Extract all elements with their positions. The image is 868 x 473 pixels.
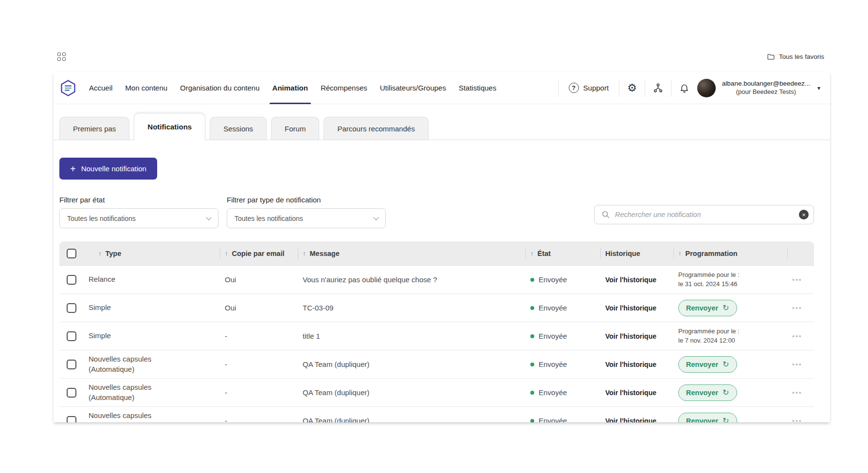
status-dot xyxy=(530,306,534,310)
search-field: × xyxy=(594,205,814,224)
column-header-actions xyxy=(787,241,814,265)
filter-type-select[interactable]: Toutes les notifications xyxy=(227,208,386,228)
row-checkbox[interactable] xyxy=(67,303,76,313)
notifications-page: + Nouvelle notification Filtrer par état… xyxy=(54,140,830,422)
notifications-bell-icon[interactable] xyxy=(678,81,691,94)
cell-message: TC-03-09 xyxy=(298,304,525,312)
status-dot xyxy=(530,419,534,423)
resend-button[interactable]: Renvoyer↻ xyxy=(678,356,737,373)
cell-message: Vous n'auriez pas oublié quelque chose ? xyxy=(298,275,525,284)
cell-copy-email: - xyxy=(220,388,298,397)
help-icon: ? xyxy=(569,83,579,93)
column-header-programmation[interactable]: ↑ Programmation xyxy=(673,241,787,265)
user-avatar[interactable] xyxy=(697,79,716,97)
resend-button[interactable]: Renvoyer↻ xyxy=(678,384,737,401)
row-checkbox[interactable] xyxy=(67,360,76,369)
tab-notifications[interactable]: Notifications xyxy=(134,113,205,140)
column-header-message[interactable]: ↑ Message xyxy=(298,241,525,265)
view-history-link[interactable]: Voir l'historique xyxy=(605,304,656,312)
nav-item-recompenses[interactable]: Récompenses xyxy=(314,72,374,104)
table-row: Relance Oui Vous n'auriez pas oublié que… xyxy=(59,266,814,294)
apps-grid-icon[interactable] xyxy=(57,53,66,61)
row-actions-menu[interactable]: ••• xyxy=(792,389,802,397)
cell-copy-email: - xyxy=(220,332,298,340)
cell-programmation: Programmée pour le :le 7 nov. 2024 12:00 xyxy=(678,327,782,346)
resend-button[interactable]: Renvoyer↻ xyxy=(678,300,737,316)
cell-message: title 1 xyxy=(298,332,525,340)
sort-icon: ↑ xyxy=(98,250,102,257)
cell-message: QA Team (dupliquer) xyxy=(298,388,525,397)
tab-sessions[interactable]: Sessions xyxy=(210,117,267,140)
filters-row: Filtrer par état Toutes les notification… xyxy=(59,196,814,228)
all-bookmarks-label: Tous les favoris xyxy=(779,53,824,60)
account-context: (pour Beedeez Tests) xyxy=(736,88,796,96)
nav-item-mon-contenu[interactable]: Mon contenu xyxy=(119,72,174,104)
settings-gear-icon[interactable]: ⚙ xyxy=(626,81,638,95)
view-history-link[interactable]: Voir l'historique xyxy=(605,332,656,340)
row-checkbox[interactable] xyxy=(67,388,76,398)
cell-type: Nouvelles capsules(Automatique) xyxy=(84,382,220,402)
filter-type-label: Filtrer par type de notification xyxy=(227,196,386,204)
table-row: Simple Oui TC-03-09 Envoyée Voir l'histo… xyxy=(59,294,814,322)
hierarchy-icon[interactable] xyxy=(651,81,665,94)
nav-item-utilisateurs-groupes[interactable]: Utilisateurs/Groupes xyxy=(374,72,452,104)
account-email: albane.boulanger@beedeez... xyxy=(722,79,810,88)
column-header-copie-par-email[interactable]: ↑ Copie par email xyxy=(220,241,298,265)
view-history-link[interactable]: Voir l'historique xyxy=(605,276,656,284)
all-bookmarks-button[interactable]: Tous les favoris xyxy=(767,53,824,61)
row-actions-menu[interactable]: ••• xyxy=(792,276,802,284)
refresh-icon: ↻ xyxy=(723,304,729,312)
tab-forum[interactable]: Forum xyxy=(271,117,319,140)
column-header-type[interactable]: ↑ Type xyxy=(84,241,220,265)
notifications-table: ↑ Type ↑ Copie par email ↑ Message ↑ Éta… xyxy=(59,241,814,422)
cell-state: Envoyée xyxy=(525,304,600,312)
refresh-icon: ↻ xyxy=(723,389,729,397)
row-checkbox[interactable] xyxy=(67,331,76,341)
resend-button[interactable]: Renvoyer↻ xyxy=(678,413,737,423)
tab-parcours-recommandes[interactable]: Parcours recommandés xyxy=(324,117,428,140)
cell-copy-email: Oui xyxy=(220,275,298,284)
row-actions-menu[interactable]: ••• xyxy=(792,361,802,368)
beedeez-logo-icon[interactable] xyxy=(59,79,77,97)
nav-item-accueil[interactable]: Accueil xyxy=(83,72,119,104)
row-checkbox[interactable] xyxy=(67,275,76,285)
navbar-right: ? Support ⚙ albane.boulanger@beedeez... xyxy=(558,72,821,104)
filter-state-select[interactable]: Toutes les notifications xyxy=(59,208,218,228)
cell-state: Envoyée xyxy=(525,388,600,397)
column-header-historique[interactable]: Historique xyxy=(600,241,673,265)
filter-state-label: Filtrer par état xyxy=(59,196,218,204)
cell-state: Envoyée xyxy=(525,275,600,284)
tab-premiers-pas[interactable]: Premiers pas xyxy=(59,117,129,140)
support-button[interactable]: ? Support xyxy=(565,83,613,93)
divider xyxy=(619,79,619,97)
divider xyxy=(645,79,645,97)
column-header-etat[interactable]: ↑ État xyxy=(525,241,600,265)
divider xyxy=(558,79,559,97)
row-actions-menu[interactable]: ••• xyxy=(792,304,802,312)
search-input[interactable] xyxy=(615,211,794,218)
cell-copy-email: Oui xyxy=(220,304,298,312)
cell-message: QA Team (dupliquer) xyxy=(298,360,525,368)
row-checkbox[interactable] xyxy=(67,416,76,423)
cell-copy-email: - xyxy=(220,360,298,368)
status-dot xyxy=(530,391,534,395)
nav-item-animation[interactable]: Animation xyxy=(266,72,314,104)
refresh-icon: ↻ xyxy=(723,417,729,423)
status-dot xyxy=(530,334,534,338)
nav-item-organisation-du-contenu[interactable]: Organisation du contenu xyxy=(174,72,266,104)
account-chevron-down-icon[interactable]: ▾ xyxy=(816,84,821,92)
chevron-down-icon xyxy=(206,215,211,220)
view-history-link[interactable]: Voir l'historique xyxy=(605,361,656,368)
row-actions-menu[interactable]: ••• xyxy=(792,417,802,422)
new-notification-button[interactable]: + Nouvelle notification xyxy=(59,158,157,180)
view-history-link[interactable]: Voir l'historique xyxy=(605,417,656,422)
clear-search-icon[interactable]: × xyxy=(799,210,809,219)
table-header-row: ↑ Type ↑ Copie par email ↑ Message ↑ Éta… xyxy=(59,241,814,266)
plus-icon: + xyxy=(70,164,76,174)
row-actions-menu[interactable]: ••• xyxy=(792,332,802,340)
view-history-link[interactable]: Voir l'historique xyxy=(605,389,656,397)
account-info[interactable]: albane.boulanger@beedeez... (pour Beedee… xyxy=(722,79,810,96)
tab-strip: Premiers pas Notifications Sessions Foru… xyxy=(54,104,830,140)
nav-item-statistiques[interactable]: Statistiques xyxy=(452,72,503,104)
select-all-checkbox[interactable] xyxy=(67,249,76,258)
